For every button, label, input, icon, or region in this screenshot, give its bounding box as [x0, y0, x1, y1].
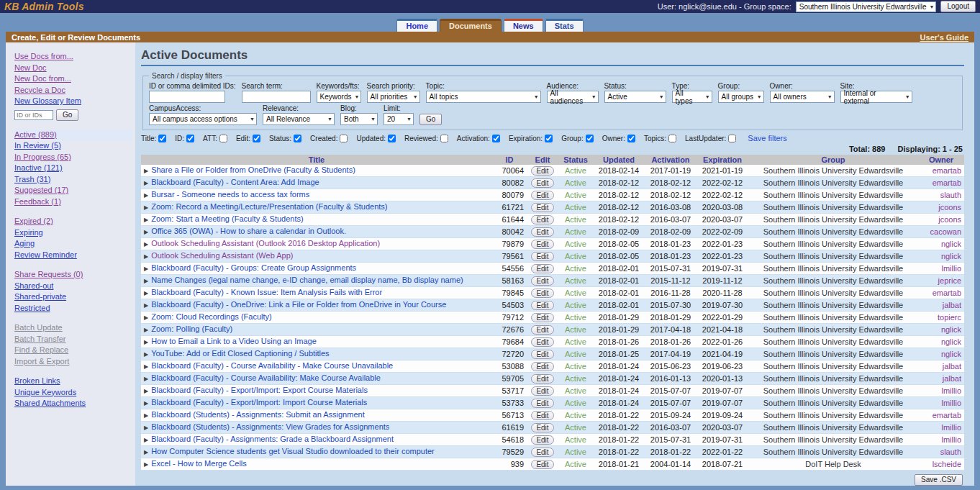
expand-arrow-icon[interactable]: ▶ [144, 351, 148, 358]
document-title-link[interactable]: Zoom: Start a Meeting (Faculty & Student… [151, 214, 304, 223]
document-title-link[interactable]: YouTube: Add or Edit Closed Captioning /… [151, 349, 329, 358]
document-title-link[interactable]: Bursar - Someone needs to access tax for… [151, 190, 309, 199]
owner-link[interactable]: lmillio [942, 386, 962, 395]
edit-button[interactable]: Edit [531, 448, 553, 457]
owner-link[interactable]: slauth [940, 191, 961, 199]
column-toggle-checkbox[interactable] [627, 135, 635, 142]
topic-select[interactable]: All topics▼ [426, 91, 541, 103]
document-title-link[interactable]: Blackboard (Faculty) - OneDrive: Link a … [151, 300, 446, 309]
site-select[interactable]: Internal or external▼ [840, 91, 912, 103]
sidebar-link[interactable]: In Progress (65) [14, 152, 132, 163]
expand-arrow-icon[interactable]: ▶ [144, 180, 148, 186]
document-title-link[interactable]: Zoom: Polling (Faculty) [151, 325, 232, 333]
expand-arrow-icon[interactable]: ▶ [144, 327, 148, 333]
edit-button[interactable]: Edit [531, 166, 553, 176]
edit-button[interactable]: Edit [531, 264, 553, 273]
owner-link[interactable]: jcoons [938, 203, 961, 212]
edit-button[interactable]: Edit [531, 227, 553, 237]
sidebar-id-input[interactable] [14, 110, 53, 120]
owner-link[interactable]: jalbat [943, 374, 961, 383]
owner-link[interactable]: jeprice [938, 276, 961, 285]
document-title-link[interactable]: Blackboard (Students) - Assignments: Sub… [151, 410, 365, 419]
document-title-link[interactable]: Name Changes (legal name change, e-ID ch… [151, 276, 463, 284]
edit-button[interactable]: Edit [531, 240, 553, 249]
owner-link[interactable]: emartab [933, 289, 961, 297]
expand-arrow-icon[interactable]: ▶ [144, 363, 148, 370]
expand-arrow-icon[interactable]: ▶ [144, 449, 148, 455]
sidebar-link[interactable]: Use Docs from... [14, 51, 132, 63]
edit-button[interactable]: Edit [531, 350, 553, 359]
document-title-link[interactable]: Blackboard (Faculty) - Export/Import: Ex… [151, 386, 368, 394]
sidebar-link[interactable]: In Review (5) [14, 140, 132, 152]
expand-arrow-icon[interactable]: ▶ [144, 388, 148, 394]
owner-link[interactable]: jalbat [943, 362, 961, 371]
expand-arrow-icon[interactable]: ▶ [144, 314, 148, 321]
column-toggle-checkbox[interactable] [158, 135, 166, 142]
owner-link[interactable]: jcoons [938, 215, 961, 224]
expand-arrow-icon[interactable]: ▶ [144, 412, 148, 419]
owner-link[interactable]: nglick [941, 337, 961, 346]
expand-arrow-icon[interactable]: ▶ [144, 217, 148, 223]
sidebar-link[interactable]: Shared Attachments [14, 398, 132, 409]
edit-button[interactable]: Edit [531, 374, 553, 384]
owner-link[interactable]: jalbat [943, 301, 961, 309]
column-toggle-checkbox[interactable] [492, 135, 500, 142]
column-header-updated[interactable]: Updated [593, 155, 645, 165]
sidebar-link[interactable]: New Glossary Item [14, 96, 132, 107]
column-toggle-checkbox[interactable] [340, 135, 348, 142]
nav-tab[interactable]: News [504, 19, 543, 32]
edit-button[interactable]: Edit [531, 203, 553, 212]
owner-link[interactable]: nglick [941, 252, 961, 260]
edit-button[interactable]: Edit [531, 276, 553, 286]
document-title-link[interactable]: Blackboard (Faculty) - Groups: Create Gr… [151, 263, 356, 272]
owner-link[interactable]: lmillio [942, 435, 962, 444]
edit-button[interactable]: Edit [531, 411, 553, 420]
edit-button[interactable]: Edit [531, 301, 553, 310]
edit-button[interactable]: Edit [531, 337, 553, 347]
owner-link[interactable]: nglick [941, 325, 961, 334]
limit-select[interactable]: 20▼ [384, 113, 414, 125]
column-header-group[interactable]: Group [748, 155, 918, 165]
expand-arrow-icon[interactable]: ▶ [144, 339, 148, 345]
owner-link[interactable]: emartab [933, 411, 961, 419]
owner-link[interactable]: slauth [940, 448, 961, 456]
users-guide-link[interactable]: User's Guide [920, 33, 968, 42]
column-toggle-checkbox[interactable] [545, 135, 553, 142]
sidebar-link[interactable]: Inactive (121) [14, 163, 132, 174]
edit-button[interactable]: Edit [531, 386, 553, 396]
logout-button[interactable]: Logout [940, 1, 976, 12]
document-title-link[interactable]: Blackboard (Faculty) - Export/Import: Im… [151, 398, 367, 407]
edit-button[interactable]: Edit [531, 289, 553, 298]
document-title-link[interactable]: Blackboard (Faculty) - Content Area: Add… [151, 178, 319, 186]
sidebar-link[interactable]: Feedback (1) [14, 196, 132, 208]
expand-arrow-icon[interactable]: ▶ [144, 229, 148, 235]
expand-arrow-icon[interactable]: ▶ [144, 253, 148, 260]
column-toggle-checkbox[interactable] [388, 135, 396, 142]
save-filters-link[interactable]: Save filters [748, 134, 786, 142]
column-header-owner[interactable]: Owner [918, 155, 964, 165]
owner-link[interactable]: lmillio [942, 423, 962, 432]
nav-tab[interactable]: Stats [545, 19, 584, 32]
document-title-link[interactable]: Zoom: Record a Meeting/Lecture/Presentat… [151, 202, 387, 211]
blog-select[interactable]: Both▼ [340, 113, 378, 125]
edit-button[interactable]: Edit [531, 178, 553, 188]
search-priority-select[interactable]: All priorities▼ [367, 91, 420, 103]
document-title-link[interactable]: How to Email a Link to a Video Using an … [151, 337, 317, 345]
document-title-link[interactable]: Blackboard (Faculty) - Course Availabili… [151, 373, 381, 382]
document-title-link[interactable]: Outlook Scheduling Assistant (Outlook 20… [151, 239, 380, 248]
sidebar-link[interactable]: Suggested (17) [14, 185, 132, 196]
sidebar-link[interactable]: Share Requests (0) [14, 269, 132, 281]
sidebar-link[interactable]: Broken Links [14, 376, 132, 387]
audience-select[interactable]: All audiences▼ [547, 91, 599, 103]
status-select[interactable]: Active▼ [604, 91, 666, 103]
nav-tab[interactable]: Home [396, 19, 437, 32]
expand-arrow-icon[interactable]: ▶ [144, 204, 148, 211]
expand-arrow-icon[interactable]: ▶ [144, 192, 148, 199]
sidebar-link[interactable]: Aging [14, 238, 132, 250]
expand-arrow-icon[interactable]: ▶ [144, 376, 148, 382]
column-toggle-checkbox[interactable] [294, 135, 301, 142]
owner-link[interactable]: nglick [941, 350, 961, 358]
expand-arrow-icon[interactable]: ▶ [144, 437, 148, 443]
owner-link[interactable]: nglick [941, 240, 961, 248]
sidebar-link[interactable]: Expiring [14, 227, 132, 239]
